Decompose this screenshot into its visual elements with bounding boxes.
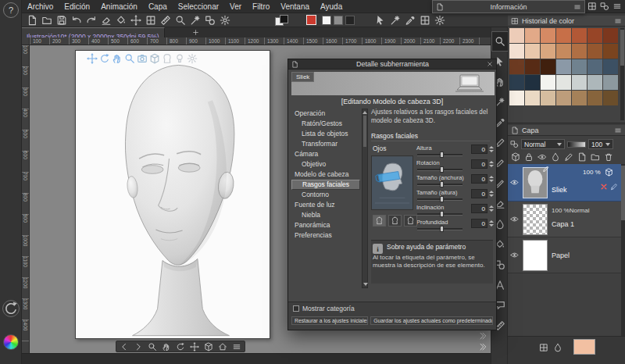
dialog-category[interactable]: Panorámica <box>291 220 360 230</box>
menu-item[interactable]: Ver <box>224 0 247 13</box>
parameter-spinner[interactable] <box>488 189 495 198</box>
document-tab[interactable]: Ilustración10* (2000 x 2000px 350dpi 59.… <box>22 27 165 37</box>
save-defaults-button[interactable]: Guardar los ajustes actuales como predet… <box>370 316 493 325</box>
dialog-category[interactable]: Contorno <box>291 190 360 200</box>
dialog-titlebar[interactable]: Detalle subherramienta <box>288 59 496 70</box>
layer-row[interactable]: Papel <box>508 237 625 273</box>
layer-thumbnail[interactable] <box>523 204 548 235</box>
color-history-header[interactable]: Historial de color <box>508 16 625 27</box>
magnifier-icon[interactable] <box>148 342 157 352</box>
parameter-spinner[interactable] <box>488 159 495 169</box>
layer-thumbnail[interactable] <box>523 240 548 271</box>
menu3-icon[interactable] <box>232 342 241 352</box>
color-swatch[interactable] <box>588 44 602 59</box>
head-variant-button[interactable] <box>404 215 417 227</box>
parameter-label[interactable]: Tamaño (altura) <box>416 189 458 196</box>
new-tab-icon[interactable] <box>192 29 199 36</box>
menu-item[interactable]: Capa <box>143 0 173 13</box>
accent-color-chip[interactable] <box>306 15 316 25</box>
pen-icon[interactable] <box>564 152 573 162</box>
parameter-spinner[interactable] <box>488 219 495 228</box>
gear-icon[interactable] <box>434 15 445 26</box>
layer-thumbnail[interactable] <box>523 167 548 198</box>
figure-icon[interactable] <box>600 2 609 11</box>
color-swatch[interactable] <box>572 44 587 59</box>
color-swatch[interactable] <box>556 44 571 59</box>
color-swatch[interactable] <box>588 59 602 74</box>
parameter-slider[interactable] <box>417 228 462 230</box>
rotcw-icon[interactable] <box>99 53 110 64</box>
color-swatch[interactable] <box>556 59 571 74</box>
folder-icon[interactable] <box>41 15 52 26</box>
folder-icon[interactable] <box>591 152 600 162</box>
color-swatch[interactable] <box>525 44 540 59</box>
layer-scrollbar[interactable] <box>621 164 625 336</box>
move4-icon[interactable] <box>130 15 141 26</box>
grid-icon[interactable] <box>420 15 430 26</box>
parameter-label[interactable]: Profundidad <box>416 219 448 226</box>
menu-item[interactable]: Animación <box>95 0 143 13</box>
parameter-slider[interactable] <box>417 184 462 186</box>
chevL-icon[interactable] <box>120 342 129 352</box>
parameter-value[interactable]: 0 <box>471 189 488 198</box>
color-chip-2[interactable] <box>334 16 343 25</box>
panel-menu-icon[interactable] <box>614 127 622 134</box>
page-icon[interactable] <box>577 152 587 162</box>
parameter-label[interactable]: Tamaño (anchura) <box>416 174 464 181</box>
visibility-eye-icon[interactable] <box>510 215 519 223</box>
floppy-icon[interactable] <box>56 15 67 26</box>
color-swatch[interactable] <box>509 91 524 105</box>
dialog-category[interactable]: Operación <box>291 109 360 119</box>
color-swatch[interactable] <box>509 28 524 43</box>
current-color-swatch[interactable] <box>573 339 595 355</box>
parameter-value[interactable]: 0 <box>471 159 488 169</box>
color-history-scrollbar[interactable] <box>620 28 624 120</box>
color-wheel-icon[interactable] <box>3 334 19 350</box>
menu-item[interactable]: Filtro <box>247 0 275 13</box>
color-swatch[interactable] <box>572 28 587 43</box>
move4-icon[interactable] <box>190 342 199 352</box>
color-swatch[interactable] <box>588 75 602 90</box>
chevR-icon[interactable] <box>134 342 143 352</box>
light-icon[interactable] <box>174 53 185 64</box>
color-swatch[interactable] <box>572 91 587 105</box>
cube-icon[interactable] <box>204 342 213 352</box>
dialog-category[interactable]: Transformar <box>291 139 360 149</box>
grid-icon[interactable] <box>588 2 597 11</box>
opacity-slider[interactable] <box>567 141 586 148</box>
color-swatch[interactable] <box>588 91 602 105</box>
color-swatch[interactable] <box>541 59 555 74</box>
color-swatch[interactable] <box>525 28 540 43</box>
color-swatch[interactable] <box>572 75 587 90</box>
color-swatch[interactable] <box>572 59 587 74</box>
color-swatch[interactable] <box>509 44 524 59</box>
color-swatch[interactable] <box>603 44 618 59</box>
color-swatch[interactable] <box>556 28 571 43</box>
menu3-icon[interactable] <box>612 2 622 11</box>
eraser-icon[interactable] <box>101 15 112 26</box>
dialog-category[interactable]: Rasgos faciales <box>291 180 360 190</box>
visibility-eye-icon[interactable] <box>510 251 519 259</box>
parameter-spinner[interactable] <box>488 145 495 154</box>
head-variant-button[interactable] <box>373 215 386 227</box>
color-swatch[interactable] <box>588 28 602 43</box>
color-swatch[interactable] <box>556 91 571 105</box>
dialog-category[interactable]: Niebla <box>291 210 360 220</box>
layer-panel-header[interactable]: Capa <box>508 125 625 136</box>
info-window-titlebar[interactable]: Información <box>432 0 585 13</box>
magnifier-icon[interactable] <box>124 53 135 64</box>
menu-item[interactable]: Ventana <box>275 0 315 13</box>
color-swatch[interactable] <box>509 59 524 74</box>
restore-defaults-button[interactable]: Restaurar a los ajustes iniciales <box>291 316 368 325</box>
trash-icon[interactable] <box>604 152 613 162</box>
wand-icon[interactable] <box>190 15 201 26</box>
figure-icon[interactable] <box>205 15 216 26</box>
color-chip-3[interactable] <box>345 16 355 25</box>
menu-item[interactable]: Archivo <box>22 0 59 13</box>
dialog-category[interactable]: Objetivo <box>291 159 360 170</box>
parameter-value[interactable]: 0 <box>471 174 488 184</box>
drop-icon[interactable] <box>551 152 560 162</box>
menu-item[interactable]: Edición <box>59 0 95 13</box>
parameter-slider[interactable] <box>417 154 462 156</box>
gear-icon[interactable] <box>187 53 198 64</box>
